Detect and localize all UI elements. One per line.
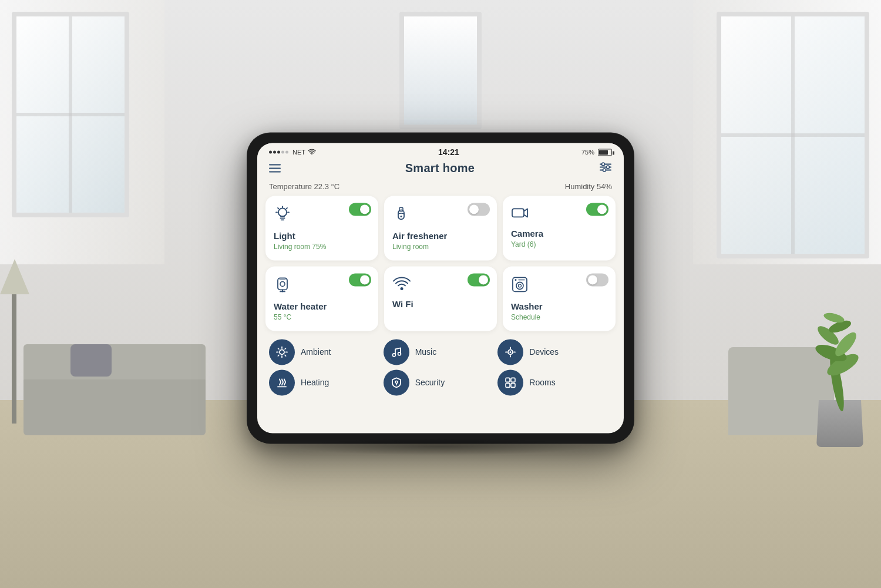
camera-card-sub: Yard (6) [511,240,607,248]
devices-label: Devices [529,347,559,357]
device-card-water-heater[interactable]: Water heater 55 °C [265,266,378,331]
security-label: Security [415,378,445,387]
svg-point-30 [516,282,523,289]
svg-point-13 [278,208,287,216]
svg-point-12 [603,168,606,171]
water-heater-card-name: Water heater [274,301,370,312]
svg-line-40 [285,355,286,356]
device-grid: Light Living room 75% [257,196,624,331]
svg-point-28 [401,287,403,290]
svg-rect-50 [506,378,510,382]
window-right [717,12,869,258]
air-freshener-toggle-knob [469,204,479,214]
washer-toggle-knob [588,275,597,284]
svg-line-16 [287,207,287,208]
lamp-stand [12,294,16,424]
tablet-screen: NET 14:21 75% [257,143,624,433]
battery-percentage: 75% [581,149,594,156]
svg-rect-52 [506,383,510,387]
signal-dots [269,150,288,153]
svg-rect-53 [511,383,515,387]
svg-point-44 [398,352,401,355]
device-card-air-freshener[interactable]: Air freshener Living room [384,196,497,260]
nav-security[interactable]: Security [384,369,498,395]
device-card-washer[interactable]: Washer Schedule [503,266,616,331]
tablet-device: NET 14:21 75% [247,132,634,443]
signal-dot-2 [273,150,276,153]
svg-line-41 [285,348,286,349]
svg-point-31 [519,284,522,287]
device-card-wifi[interactable]: Wi Fi [384,266,497,331]
status-left: NET [269,149,316,156]
heating-icon [269,369,295,395]
status-bar: NET 14:21 75% [257,143,624,159]
air-freshener-card-sub: Living room [392,243,489,251]
wifi-card-name: Wi Fi [392,299,489,310]
window-left [12,12,129,217]
app-title: Smart home [405,162,475,175]
light-card-name: Light [274,231,370,241]
rooms-label: Rooms [529,378,555,387]
washer-toggle[interactable] [586,273,608,286]
svg-line-42 [278,355,279,356]
svg-line-39 [278,348,279,349]
signal-dot-1 [269,150,272,153]
svg-point-34 [280,350,284,354]
camera-toggle-knob [597,204,607,214]
lamp-shade [0,259,29,294]
svg-point-21 [401,215,402,217]
window-center [399,12,482,129]
nav-devices[interactable]: Devices [497,339,612,365]
battery-icon [598,149,612,156]
humidity-reading: Humidity 54% [565,182,612,191]
signal-dot-3 [277,150,280,153]
washer-card-name: Washer [511,301,607,312]
menu-button[interactable] [269,164,281,172]
tablet-outer-frame: NET 14:21 75% [247,132,634,443]
svg-point-24 [280,281,285,286]
svg-point-46 [510,351,512,352]
sofa-pillow [70,344,112,377]
tablet-shadow [294,438,587,455]
light-toggle[interactable] [349,203,371,216]
water-heater-card-sub: 55 °C [274,313,370,321]
wifi-status-icon [308,149,316,155]
nav-rooms[interactable]: Rooms [497,369,612,395]
sofa-back [23,344,206,379]
music-icon [384,339,409,365]
svg-point-43 [392,353,395,356]
svg-line-15 [278,207,278,208]
camera-toggle[interactable] [586,203,608,216]
signal-dot-4 [281,150,284,153]
water-heater-toggle-knob [360,275,369,284]
menu-line-2 [269,167,281,169]
nav-music[interactable]: Music [384,339,498,365]
device-card-camera[interactable]: Camera Yard (6) [503,196,616,260]
settings-button[interactable] [599,162,612,175]
air-freshener-card-name: Air freshener [392,231,489,241]
light-card-sub: Living room 75% [274,243,370,251]
heating-label: Heating [301,378,329,387]
svg-rect-51 [511,378,515,382]
air-freshener-toggle[interactable] [468,203,490,216]
security-icon [384,369,409,395]
sofa-base [23,377,206,435]
menu-line-1 [269,164,281,165]
clock: 14:21 [438,147,459,157]
music-label: Music [415,347,437,357]
svg-rect-22 [512,209,524,217]
menu-line-3 [269,171,281,172]
carrier-name: NET [292,149,305,156]
device-card-light[interactable]: Light Living room 75% [265,196,378,260]
light-toggle-knob [360,204,369,214]
water-heater-toggle[interactable] [349,273,371,286]
nav-ambient[interactable]: Ambient [269,339,384,365]
rooms-icon [497,369,523,395]
plant-leaves [799,294,875,412]
ambient-icon [269,339,295,365]
temperature-reading: Temperature 22.3 °C [269,182,339,191]
washer-card-sub: Schedule [511,313,607,321]
sensor-bar: Temperature 22.3 °C Humidity 54% [257,180,624,196]
nav-heating[interactable]: Heating [269,369,384,395]
wifi-toggle[interactable] [468,273,490,286]
